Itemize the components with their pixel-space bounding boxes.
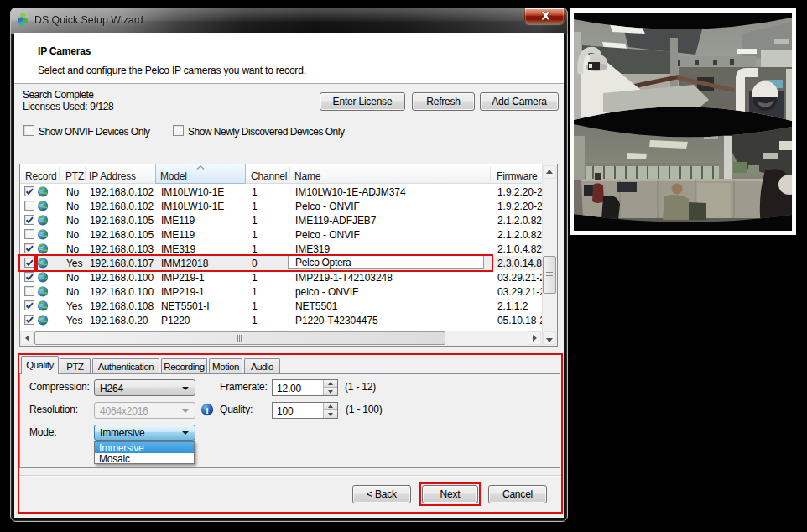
svg-text:i: i [206,405,208,415]
